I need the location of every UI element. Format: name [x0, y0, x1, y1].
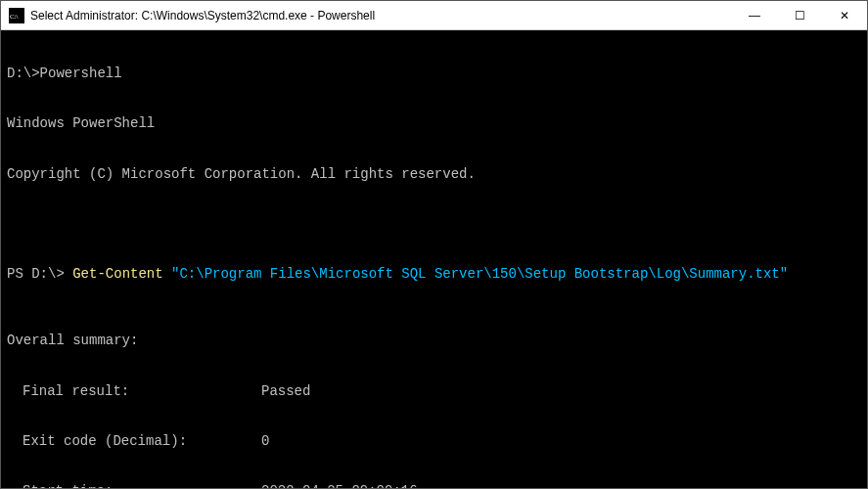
- ps-header-2: Copyright (C) Microsoft Corporation. All…: [7, 166, 861, 183]
- command-line: PS D:\> Get-Content "C:\Program Files\Mi…: [7, 266, 861, 283]
- start-time-value: 2020-04-25 09:09:16: [261, 483, 418, 489]
- start-time-label: Start time:: [7, 483, 261, 489]
- final-result-label: Final result:: [7, 383, 261, 400]
- svg-text:C:\: C:\: [10, 13, 19, 21]
- cmdlet: Get-Content: [72, 266, 171, 282]
- overall-summary-header: Overall summary:: [7, 333, 861, 349]
- start-time-row: Start time:2020-04-25 09:09:16: [7, 483, 861, 489]
- window-controls: — ☐ ✕: [732, 1, 867, 29]
- maximize-button[interactable]: ☐: [777, 1, 822, 29]
- file-path-arg: "C:\Program Files\Microsoft SQL Server\1…: [171, 266, 788, 282]
- terminal-output[interactable]: D:\>Powershell Windows PowerShell Copyri…: [1, 30, 867, 489]
- window-title: Select Administrator: C:\Windows\System3…: [30, 9, 732, 22]
- prompt: PS D:\>: [7, 266, 72, 282]
- titlebar[interactable]: C:\ Select Administrator: C:\Windows\Sys…: [1, 1, 867, 30]
- ps-header-1: Windows PowerShell: [7, 115, 861, 132]
- final-result-value: Passed: [261, 383, 310, 400]
- final-result-row: Final result:Passed: [7, 383, 861, 400]
- app-icon: C:\: [9, 8, 24, 23]
- exit-code-row: Exit code (Decimal):0: [7, 433, 861, 450]
- launch-line: D:\>Powershell: [7, 66, 861, 82]
- close-button[interactable]: ✕: [822, 1, 867, 29]
- exit-code-value: 0: [261, 433, 269, 450]
- exit-code-label: Exit code (Decimal):: [7, 433, 261, 450]
- blank-1: [7, 216, 861, 233]
- minimize-button[interactable]: —: [732, 1, 777, 29]
